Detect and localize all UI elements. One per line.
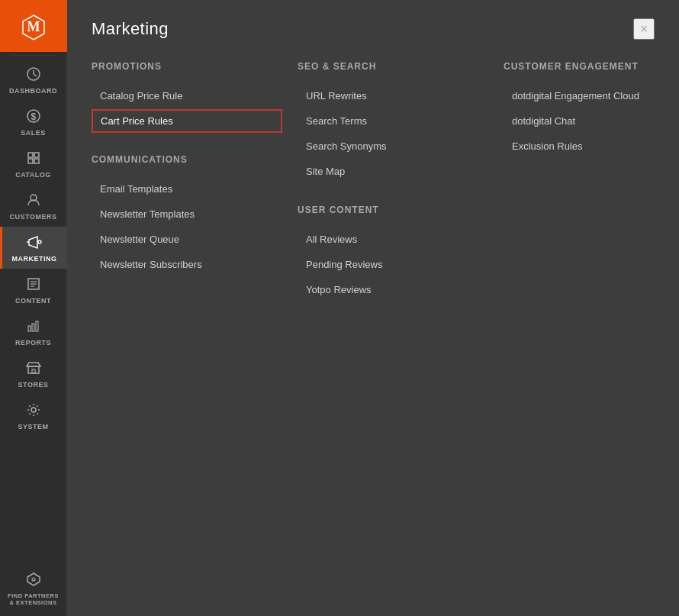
reports-icon (26, 318, 41, 336)
sidebar-logo[interactable]: M (0, 0, 67, 52)
user-content-section: User Content All Reviews Pending Reviews… (298, 205, 488, 302)
svg-marker-22 (27, 573, 40, 585)
catalog-price-rule-link[interactable]: Catalog Price Rule (92, 84, 282, 108)
sidebar-item-dashboard[interactable]: DASHBOARD (0, 59, 67, 101)
stores-icon (26, 360, 41, 378)
sidebar-item-reports-label: REPORTS (15, 339, 51, 347)
sidebar-item-marketing-label: MARKETING (12, 255, 57, 263)
dotdigital-cloud-link[interactable]: dotdigital Engagement Cloud (504, 84, 679, 108)
search-terms-link[interactable]: Search Terms (298, 109, 488, 133)
promotions-column: Promotions Catalog Price Rule Cart Price… (92, 61, 298, 303)
sales-icon: $ (26, 108, 41, 126)
extensions-icon (26, 572, 41, 589)
sidebar-item-system-label: SYSTEM (18, 423, 48, 431)
svg-rect-8 (28, 159, 33, 163)
content-icon (26, 276, 41, 294)
svg-text:M: M (27, 19, 40, 34)
user-content-heading: User Content (298, 205, 488, 215)
email-templates-link[interactable]: Email Templates (92, 177, 282, 201)
sidebar-divider-top (11, 55, 56, 56)
newsletter-templates-link[interactable]: Newsletter Templates (92, 202, 282, 226)
main-content: Marketing × Promotions Catalog Price Rul… (67, 0, 679, 616)
marketing-icon (27, 234, 42, 252)
svg-rect-18 (36, 321, 38, 331)
newsletter-subscribers-link[interactable]: Newsletter Subscribers (92, 253, 282, 276)
dashboard-icon (26, 66, 41, 84)
panel-title: Marketing (92, 19, 169, 39)
svg-point-23 (32, 578, 35, 581)
sidebar-item-marketing[interactable]: MARKETING (0, 227, 67, 269)
sidebar: M DASHBOARD $ SALES CATALOG CUSTOMERS MA… (0, 0, 67, 616)
sidebar-item-customers-label: CUSTOMERS (10, 213, 57, 221)
svg-rect-9 (34, 159, 39, 163)
magento-logo-icon: M (18, 11, 49, 41)
sidebar-item-content-label: CONTENT (15, 297, 51, 305)
svg-rect-17 (32, 324, 34, 331)
sidebar-item-stores[interactable]: STORES (0, 353, 67, 395)
sidebar-item-sales[interactable]: $ SALES (0, 101, 67, 143)
seo-search-column: SEO & Search URL Rewrites Search Terms S… (298, 61, 504, 303)
svg-rect-16 (28, 326, 31, 331)
sidebar-item-catalog-label: CATALOG (15, 171, 51, 179)
sidebar-item-extensions[interactable]: FIND PARTNERS& EXTENSIONS (0, 564, 67, 617)
system-icon (26, 402, 41, 420)
sidebar-item-extensions-label: FIND PARTNERS& EXTENSIONS (8, 592, 59, 608)
sidebar-item-customers[interactable]: CUSTOMERS (0, 185, 67, 227)
communications-heading: Communications (92, 154, 282, 165)
communications-section: Communications Email Templates Newslette… (92, 154, 282, 276)
url-rewrites-link[interactable]: URL Rewrites (298, 84, 488, 108)
sidebar-item-dashboard-label: DASHBOARD (9, 87, 57, 95)
seo-search-heading: SEO & Search (298, 61, 488, 72)
panel-header: Marketing × (92, 18, 655, 40)
site-map-link[interactable]: Site Map (298, 160, 488, 183)
all-reviews-link[interactable]: All Reviews (298, 227, 488, 251)
sidebar-item-sales-label: SALES (21, 129, 46, 137)
yotpo-reviews-link[interactable]: Yotpo Reviews (298, 278, 488, 302)
customers-icon (26, 192, 41, 210)
cart-price-rules-link[interactable]: Cart Price Rules (92, 109, 282, 133)
dotdigital-chat-link[interactable]: dotdigital Chat (504, 109, 679, 133)
marketing-panel: Marketing × Promotions Catalog Price Rul… (67, 0, 679, 616)
customer-engagement-heading: Customer Engagement (504, 61, 679, 72)
panel-close-button[interactable]: × (633, 18, 655, 40)
search-synonyms-link[interactable]: Search Synonyms (298, 134, 488, 158)
svg-rect-6 (28, 153, 33, 157)
sidebar-item-reports[interactable]: REPORTS (0, 311, 67, 353)
promotions-heading: Promotions (92, 61, 282, 72)
svg-rect-7 (34, 153, 39, 157)
sidebar-item-content[interactable]: CONTENT (0, 269, 67, 311)
customer-engagement-column: Customer Engagement dotdigital Engagemen… (504, 61, 679, 303)
newsletter-queue-link[interactable]: Newsletter Queue (92, 227, 282, 251)
svg-text:$: $ (31, 111, 36, 122)
sidebar-item-catalog[interactable]: CATALOG (0, 143, 67, 185)
pending-reviews-link[interactable]: Pending Reviews (298, 253, 488, 276)
svg-point-11 (38, 240, 41, 243)
exclusion-rules-link[interactable]: Exclusion Rules (504, 134, 679, 158)
sidebar-item-stores-label: STORES (18, 381, 49, 389)
menu-columns-row1: Promotions Catalog Price Rule Cart Price… (92, 61, 655, 303)
svg-point-21 (31, 408, 36, 412)
sidebar-item-system[interactable]: SYSTEM (0, 395, 67, 437)
catalog-icon (26, 150, 41, 168)
